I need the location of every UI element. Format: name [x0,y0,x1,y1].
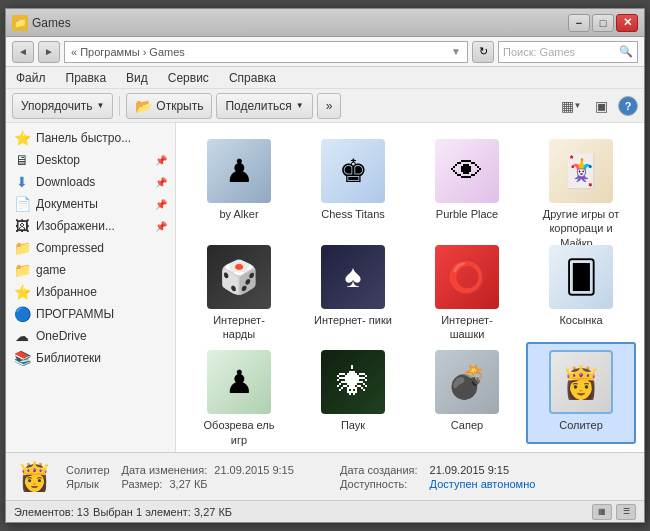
file-item-by-alker[interactable]: ♟by Alker [184,131,294,233]
views-icon: ▦ [561,98,574,114]
game-icon-by-alker: ♟ [207,139,271,203]
file-icon-obozr: ♟ [207,350,271,414]
file-name-soliter: Солитер [559,418,603,432]
game-icon-chess-titans: ♚ [321,139,385,203]
sidebar-label-desktop: Desktop [36,153,149,167]
game-icon-kosinka: 🂠 [549,245,613,309]
menu-file[interactable]: Файл [12,69,50,87]
onedrive-icon: ☁ [14,328,30,344]
game-icon-other-games: 🃏 [549,139,613,203]
file-name-kosinka: Косынка [559,313,602,327]
main-window: 📁 Games − □ ✕ ◄ ► « Программы › Games ▼ … [5,8,645,523]
file-icon-nardi: 🎲 [207,245,271,309]
share-button[interactable]: Поделиться ▼ [216,93,312,119]
status-file-icon: 👸 [14,457,54,497]
back-button[interactable]: ◄ [12,41,34,63]
status-info: Солитер Дата изменения: 21.09.2015 9:15 … [66,464,636,490]
sidebar-item-documents[interactable]: 📄 Документы 📌 [6,193,175,215]
game-icon-soliter: 👸 [549,350,613,414]
organize-button[interactable]: Упорядочить ▼ [12,93,113,119]
help-button[interactable]: ? [618,96,638,116]
bottom-view-buttons: ▦ ☰ [592,504,636,520]
sidebar-item-desktop[interactable]: 🖥 Desktop 📌 [6,149,175,171]
status-created-label: Дата создания: [340,464,418,476]
refresh-button[interactable]: ↻ [472,41,494,63]
status-created-value: 21.09.2015 9:15 [430,464,636,476]
maximize-button[interactable]: □ [592,14,614,32]
file-name-shashki: Интернет- шашки [427,313,507,342]
file-icon-purble-place: 👁 [435,139,499,203]
file-icon-piki: ♠ [321,245,385,309]
menu-edit[interactable]: Правка [62,69,111,87]
sidebar-label-downloads: Downloads [36,175,149,189]
large-icons-view[interactable]: ▦ [592,504,612,520]
menu-service[interactable]: Сервис [164,69,213,87]
file-item-obozr[interactable]: ♟Обозрева ель игр [184,342,294,444]
quick-access-icon: ⭐ [14,130,30,146]
title-bar: 📁 Games − □ ✕ [6,9,644,37]
file-icon-shashki: ⭕ [435,245,499,309]
menu-help[interactable]: Справка [225,69,280,87]
sidebar-label-quick-access: Панель быстро... [36,131,167,145]
more-button[interactable]: » [317,93,342,119]
items-count: Элементов: 13 [14,506,89,518]
forward-button[interactable]: ► [38,41,60,63]
sidebar-item-libraries[interactable]: 📚 Библиотеки [6,347,175,369]
pane-button[interactable]: ▣ [588,95,614,117]
file-item-piki[interactable]: ♠Интернет- пики [298,237,408,339]
sidebar-item-programs[interactable]: 🔵 ПРОГРАММЫ [6,303,175,325]
file-name-saper: Сапер [451,418,483,432]
programs-icon: 🔵 [14,306,30,322]
desktop-icon: 🖥 [14,152,30,168]
open-icon: 📂 [135,98,152,114]
images-icon: 🖼 [14,218,30,234]
views-button[interactable]: ▦ ▼ [558,95,584,117]
file-name-pauk: Паук [341,418,365,432]
sidebar-item-quick-access[interactable]: ⭐ Панель быстро... [6,127,175,149]
close-button[interactable]: ✕ [616,14,638,32]
list-view[interactable]: ☰ [616,504,636,520]
search-placeholder: Поиск: Games [503,46,619,58]
game-icon-purble-place: 👁 [435,139,499,203]
file-icon-by-alker: ♟ [207,139,271,203]
sidebar-item-images[interactable]: 🖼 Изображени... 📌 [6,215,175,237]
file-item-soliter[interactable]: 👸Солитер [526,342,636,444]
address-dropdown[interactable]: ▼ [451,46,461,57]
search-icon: 🔍 [619,45,633,58]
desktop-pin: 📌 [155,155,167,166]
favorites-icon: ⭐ [14,284,30,300]
sidebar-label-favorites: Избранное [36,285,167,299]
file-icon-chess-titans: ♚ [321,139,385,203]
main-area: ⭐ Панель быстро... 🖥 Desktop 📌 ⬇ Downloa… [6,123,644,452]
search-box[interactable]: Поиск: Games 🔍 [498,41,638,63]
menu-bar: Файл Правка Вид Сервис Справка [6,67,644,89]
status-bar: 👸 Солитер Дата изменения: 21.09.2015 9:1… [6,452,644,500]
file-item-chess-titans[interactable]: ♚Chess Titans [298,131,408,233]
sidebar-label-onedrive: OneDrive [36,329,167,343]
address-field[interactable]: « Программы › Games ▼ [64,41,468,63]
share-label: Поделиться [225,99,291,113]
file-item-purble-place[interactable]: 👁Purble Place [412,131,522,233]
file-item-pauk[interactable]: 🕷Паук [298,342,408,444]
sidebar-item-compressed[interactable]: 📁 Compressed [6,237,175,259]
help-icon: ? [625,100,632,112]
status-modified-label: Дата изменения: 21.09.2015 9:15 [122,464,328,476]
file-item-shashki[interactable]: ⭕Интернет- шашки [412,237,522,339]
minimize-button[interactable]: − [568,14,590,32]
compressed-icon: 📁 [14,240,30,256]
selected-info: Выбран 1 элемент: 3,27 КБ [93,506,232,518]
sidebar-item-game[interactable]: 📁 game [6,259,175,281]
menu-view[interactable]: Вид [122,69,152,87]
sidebar-item-downloads[interactable]: ⬇ Downloads 📌 [6,171,175,193]
images-pin: 📌 [155,221,167,232]
file-item-saper[interactable]: 💣Сапер [412,342,522,444]
open-button[interactable]: 📂 Открыть [126,93,212,119]
sidebar-item-favorites[interactable]: ⭐ Избранное [6,281,175,303]
sidebar-item-onedrive[interactable]: ☁ OneDrive [6,325,175,347]
file-item-other-games[interactable]: 🃏Другие игры от корпораци и Майкр... [526,131,636,233]
organize-label: Упорядочить [21,99,92,113]
file-item-nardi[interactable]: 🎲Интернет- нарды [184,237,294,339]
sidebar-label-libraries: Библиотеки [36,351,167,365]
status-available-value: Доступен автономно [430,478,636,490]
file-item-kosinka[interactable]: 🂠Косынка [526,237,636,339]
